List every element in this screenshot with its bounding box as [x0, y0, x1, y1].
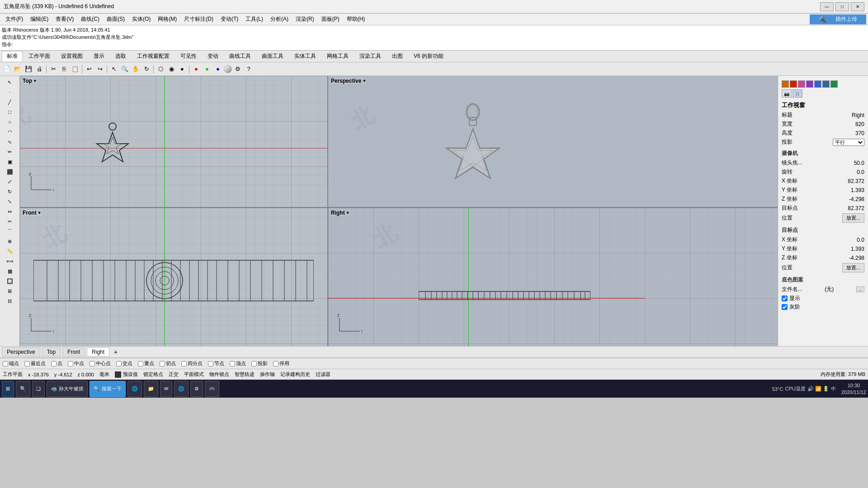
viewport-right[interactable]: 北	[328, 208, 778, 346]
menu-help[interactable]: 帮助(H)	[343, 14, 369, 24]
swatch-teal[interactable]	[822, 80, 830, 88]
settings-icon[interactable]: ⚙	[233, 64, 243, 74]
cb-point[interactable]	[51, 361, 57, 366]
cb-midpoint[interactable]	[68, 361, 73, 366]
viewport-front[interactable]: 北	[20, 208, 327, 346]
undo-icon[interactable]: ↩	[84, 64, 94, 74]
color1-icon[interactable]: ●	[191, 64, 201, 74]
cb-tangent[interactable]	[160, 361, 165, 366]
tool-point[interactable]: ·	[2, 88, 18, 97]
taskbar-app-rhino[interactable]: 🦏 孙大午被抓	[47, 381, 88, 397]
tool-rotate[interactable]: ↻	[2, 187, 18, 196]
pan-icon[interactable]: ✋	[131, 64, 141, 74]
cb-center[interactable]	[90, 361, 95, 366]
btn-tposition[interactable]: 放置...	[842, 263, 864, 272]
tool-dim[interactable]: ⟺	[2, 257, 18, 266]
object-snap-btn[interactable]: 物件锁点	[209, 371, 229, 378]
select-icon[interactable]: ↖	[109, 64, 119, 74]
tool-curve[interactable]: ∿	[2, 137, 18, 146]
tool-misc2[interactable]: ⊟	[2, 296, 18, 305]
wireframe-icon[interactable]: ⬡	[156, 64, 165, 74]
btn-position[interactable]: 放置...	[842, 213, 864, 223]
tab-surface-tools[interactable]: 曲面工具	[257, 51, 288, 61]
render-icon[interactable]: ◉	[166, 64, 176, 74]
help-icon[interactable]: ?	[244, 64, 254, 74]
viewport-top-label[interactable]: Top ▼	[23, 78, 37, 84]
menu-tools[interactable]: 工具(L)	[242, 14, 267, 24]
tool-surface[interactable]: ▣	[2, 157, 18, 166]
tab-render-tools[interactable]: 渲染工具	[354, 51, 386, 61]
menu-panel[interactable]: 面板(P)	[318, 14, 343, 24]
tool-misc1[interactable]: ⊞	[2, 286, 18, 296]
menu-analysis[interactable]: 分析(A)	[267, 14, 292, 24]
tab-transform[interactable]: 变动	[203, 51, 223, 61]
cb-node[interactable]	[208, 361, 213, 366]
taskbar-app-browser2[interactable]: 🌐	[174, 381, 189, 397]
search-button[interactable]: 🔍	[16, 381, 30, 397]
btab-right[interactable]: Right	[87, 347, 109, 357]
new-icon[interactable]: 📄	[2, 64, 12, 74]
color3-icon[interactable]: ●	[213, 64, 223, 74]
filter-btn[interactable]: 过滤器	[316, 371, 330, 378]
cb-quad[interactable]	[181, 361, 187, 366]
cut-icon[interactable]: ✂	[48, 64, 58, 74]
console-line-3[interactable]: 指令:	[2, 41, 866, 48]
tab-visibility[interactable]: 可见性	[175, 51, 202, 61]
taskview-button[interactable]: ❑	[32, 381, 45, 397]
swatch-green[interactable]	[830, 80, 838, 88]
tool-arc[interactable]: ◠	[2, 127, 18, 136]
cb-vertex[interactable]	[230, 361, 235, 366]
tab-mesh-tools[interactable]: 网格工具	[322, 51, 354, 61]
tool-layer[interactable]: 🔲	[2, 277, 18, 286]
swatch-pink[interactable]	[798, 80, 805, 88]
taskbar-app-mail[interactable]: ✉	[160, 381, 172, 397]
btab-perspective[interactable]: Perspective	[2, 347, 40, 357]
minimize-button[interactable]: —	[820, 2, 834, 11]
taskbar-app-tool[interactable]: ⚙	[190, 381, 203, 397]
viewport-perspective[interactable]: 北 Perspective	[328, 76, 778, 207]
swatch-blue[interactable]	[814, 80, 821, 88]
cb-project[interactable]	[251, 361, 257, 366]
cb-nearest[interactable]	[24, 361, 30, 366]
taskbar-app-files[interactable]: 📁	[144, 381, 158, 397]
taskbar-app-game[interactable]: 🎮	[205, 381, 219, 397]
menu-file[interactable]: 文件(F)	[2, 14, 27, 24]
btab-add[interactable]: +	[111, 347, 120, 357]
zoom-icon[interactable]: 🔍	[120, 64, 130, 74]
save-icon[interactable]: 💾	[24, 64, 33, 74]
tool-select[interactable]: ↖	[2, 78, 18, 87]
start-button[interactable]: ⊞	[2, 381, 14, 397]
viewport-perspective-label[interactable]: Perspective ▼	[331, 78, 366, 84]
tab-draft[interactable]: 出图	[387, 51, 408, 61]
open-icon[interactable]: 📂	[13, 64, 23, 74]
menu-render[interactable]: 渲染(R)	[292, 14, 318, 24]
menu-dimension[interactable]: 尺寸标注(D)	[180, 14, 217, 24]
tab-solid-tools[interactable]: 实体工具	[289, 51, 321, 61]
tool-boolean[interactable]: ⊕	[2, 237, 18, 246]
projection-select[interactable]: 平行 透视	[833, 139, 864, 146]
tab-setview[interactable]: 设置视图	[56, 51, 88, 61]
tool-group[interactable]: ▦	[2, 267, 18, 276]
menu-solid[interactable]: 实体(O)	[128, 14, 154, 24]
tool-scale[interactable]: ⤡	[2, 197, 18, 206]
cb-knot[interactable]	[138, 361, 143, 366]
tool-fillet[interactable]: ⌒	[2, 227, 18, 236]
smart-track-btn[interactable]: 智慧轨迹	[235, 371, 255, 378]
print-icon[interactable]: 🖨	[34, 64, 44, 74]
tab-workplane[interactable]: 工作平面	[24, 51, 55, 61]
close-button[interactable]: ✕	[851, 2, 864, 11]
tool-circle[interactable]: ○	[2, 117, 18, 127]
cb-disable[interactable]	[273, 361, 278, 366]
tab-viewport-config[interactable]: 工作视窗配置	[132, 51, 175, 61]
command-input[interactable]	[14, 42, 105, 47]
shade-icon[interactable]: ●	[177, 64, 187, 74]
maximize-button[interactable]: □	[835, 2, 849, 11]
tab-curve-tools[interactable]: 曲线工具	[224, 51, 256, 61]
copy-icon[interactable]: ⎘	[59, 64, 69, 74]
tool-freehand[interactable]: ✏	[2, 147, 18, 156]
viewport-front-label[interactable]: Front ▼	[23, 210, 42, 216]
swatch-red[interactable]	[790, 80, 797, 88]
cb-intersect[interactable]	[116, 361, 122, 366]
menu-curve[interactable]: 曲线(C)	[77, 14, 103, 24]
taskbar-app-browser1[interactable]: 🌐	[127, 381, 142, 397]
